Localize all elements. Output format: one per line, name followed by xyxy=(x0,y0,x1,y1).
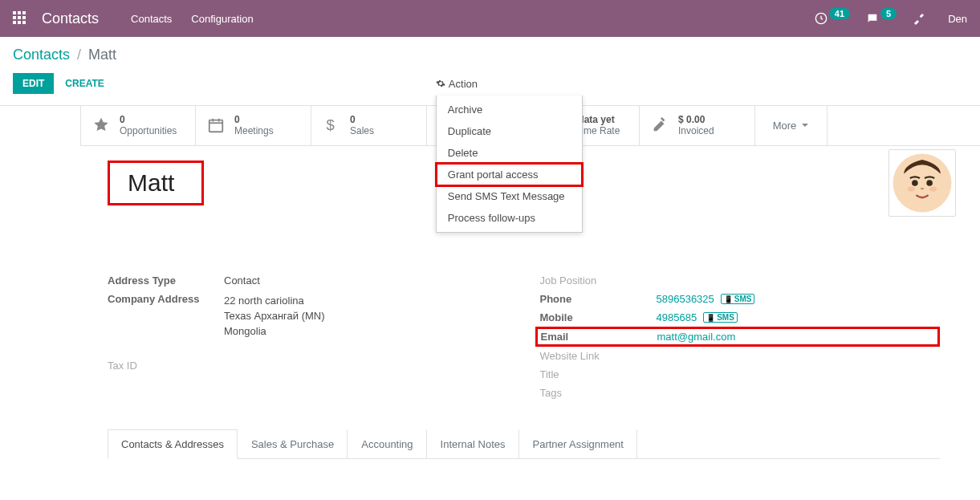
action-duplicate[interactable]: Duplicate xyxy=(437,120,582,142)
svg-rect-10 xyxy=(209,120,223,132)
label-tags: Tags xyxy=(540,387,657,399)
svg-rect-8 xyxy=(22,21,26,24)
tab-contacts-addresses[interactable]: Contacts & Addresses xyxy=(108,429,238,459)
contact-avatar[interactable] xyxy=(889,149,956,217)
activity-clock-icon[interactable]: 41 xyxy=(815,12,850,25)
breadcrumb: Contacts / Matt xyxy=(0,37,980,70)
contact-name-highlight: Matt xyxy=(108,161,204,205)
value-phone[interactable]: 5896536325 xyxy=(657,293,714,305)
tab-internal-notes[interactable]: Internal Notes xyxy=(427,429,519,458)
label-address-type: Address Type xyxy=(108,274,224,287)
label-phone: Phone xyxy=(540,293,657,305)
breadcrumb-root[interactable]: Contacts xyxy=(13,47,70,63)
top-navbar: Contacts Contacts Configuration 41 5 Den xyxy=(0,0,980,37)
email-row-highlight: Email matt@gmail.com xyxy=(535,327,941,347)
contact-name: Matt xyxy=(128,169,174,196)
svg-rect-5 xyxy=(22,16,26,19)
value-address-type: Contact xyxy=(224,274,260,287)
svg-rect-1 xyxy=(18,11,21,14)
current-user-name[interactable]: Den xyxy=(948,13,967,25)
phone-sms-button[interactable]: SMS xyxy=(721,294,755,304)
action-dropdown-button[interactable]: Action xyxy=(436,78,478,90)
detail-tabs: Contacts & Addresses Sales & Purchase Ac… xyxy=(108,429,940,459)
value-mobile[interactable]: 4985685 xyxy=(657,311,697,323)
tab-sales-purchase[interactable]: Sales & Purchase xyxy=(238,429,348,458)
stat-sales[interactable]: $ 0Sales xyxy=(311,106,427,145)
svg-rect-0 xyxy=(13,11,16,14)
stat-opportunities[interactable]: 0Opportunities xyxy=(80,106,196,145)
label-website: Website Link xyxy=(540,350,657,362)
action-delete[interactable]: Delete xyxy=(437,142,582,164)
pencil-note-icon xyxy=(651,116,669,134)
star-icon xyxy=(92,116,110,134)
tab-accounting[interactable]: Accounting xyxy=(348,429,426,458)
svg-rect-6 xyxy=(13,21,16,24)
calendar-icon xyxy=(207,116,225,134)
breadcrumb-current: Matt xyxy=(88,47,116,63)
label-company-address: Company Address xyxy=(108,293,224,305)
label-job-position: Job Position xyxy=(540,274,657,287)
edit-button[interactable]: EDIT xyxy=(13,73,54,94)
svg-point-18 xyxy=(929,186,937,191)
action-process-followups[interactable]: Process follow-ups xyxy=(437,207,582,229)
svg-point-17 xyxy=(908,186,915,191)
svg-point-15 xyxy=(912,180,918,186)
action-send-sms[interactable]: Send SMS Text Message xyxy=(437,185,582,207)
value-email[interactable]: matt@gmail.com xyxy=(657,331,736,343)
action-grant-portal-access[interactable]: Grant portal access xyxy=(437,164,582,185)
svg-rect-4 xyxy=(18,16,21,19)
action-archive[interactable]: Archive xyxy=(437,99,582,120)
svg-rect-3 xyxy=(13,16,16,19)
stat-invoiced[interactable]: $ 0.00Invoiced xyxy=(640,106,755,145)
value-company-address: 22 north cariolina Texas Архангай (MN) M… xyxy=(224,293,325,339)
app-name[interactable]: Contacts xyxy=(42,10,99,27)
stat-meetings[interactable]: 0Meetings xyxy=(196,106,311,145)
gear-icon xyxy=(436,79,445,88)
more-label: More xyxy=(773,120,797,132)
breadcrumb-separator: / xyxy=(77,47,81,63)
label-tax-id: Tax ID xyxy=(108,360,224,372)
svg-rect-7 xyxy=(18,21,21,24)
menu-contacts[interactable]: Contacts xyxy=(131,13,172,25)
activity-count-badge: 41 xyxy=(829,8,850,19)
caret-down-icon xyxy=(801,121,809,129)
svg-rect-2 xyxy=(22,11,26,14)
svg-point-16 xyxy=(926,180,933,186)
mobile-sms-button[interactable]: SMS xyxy=(703,312,738,323)
left-detail-column: Address Type Contact Company Address 22 … xyxy=(108,271,508,402)
dollar-icon: $ xyxy=(323,116,340,134)
create-button[interactable]: CREATE xyxy=(65,78,104,89)
avatar-image xyxy=(892,152,953,213)
menu-configuration[interactable]: Configuration xyxy=(191,13,253,25)
apps-grid-icon[interactable] xyxy=(13,11,26,26)
label-title: Title xyxy=(540,368,657,380)
action-toolbar: EDIT CREATE Action Archive Duplicate Del… xyxy=(0,70,980,106)
tab-partner-assignment[interactable]: Partner Assignment xyxy=(519,429,637,458)
action-dropdown-menu: Archive Duplicate Delete Grant portal ac… xyxy=(436,96,583,233)
svg-text:$: $ xyxy=(327,117,335,134)
label-email: Email xyxy=(541,331,657,343)
stat-more-button[interactable]: More xyxy=(755,106,828,145)
discuss-chat-icon[interactable]: 5 xyxy=(866,12,897,25)
action-dropdown-label: Action xyxy=(449,78,478,90)
label-mobile: Mobile xyxy=(540,311,657,323)
settings-wrench-icon[interactable] xyxy=(913,12,925,25)
right-detail-column: Job Position Phone 5896536325SMS Mobile … xyxy=(540,271,941,402)
chat-count-badge: 5 xyxy=(880,8,897,19)
